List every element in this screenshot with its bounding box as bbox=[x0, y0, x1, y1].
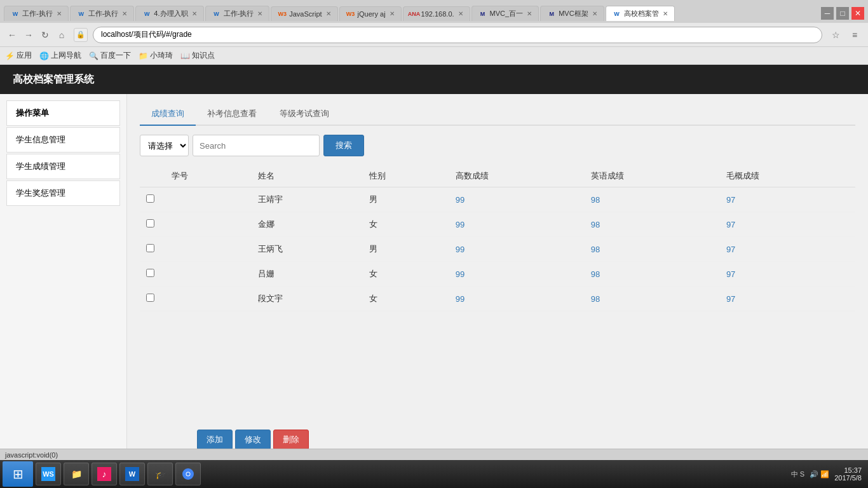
window-close[interactable]: ✕ bbox=[851, 7, 864, 20]
ssl-icon: 🔒 bbox=[74, 28, 88, 42]
window-minimize[interactable]: ─ bbox=[821, 7, 834, 20]
row-checkbox-3[interactable] bbox=[146, 269, 154, 277]
tab-grade-query[interactable]: 成绩查询 bbox=[140, 103, 196, 126]
tab-5[interactable]: W3 JavaScript ✕ bbox=[271, 6, 337, 21]
row-checkbox-1[interactable] bbox=[146, 219, 154, 227]
tab-1[interactable]: W 工作-执行 ✕ bbox=[4, 6, 69, 21]
forward-button[interactable]: → bbox=[22, 28, 36, 42]
cell-mao-2: 97 bbox=[720, 237, 855, 262]
tab-2[interactable]: W 工作-执行 ✕ bbox=[70, 6, 135, 21]
address-bar: ← → ↻ ⌂ 🔒 ☆ ≡ bbox=[0, 23, 868, 47]
home-button[interactable]: ⌂ bbox=[55, 28, 69, 42]
row-checkbox-4[interactable] bbox=[146, 294, 154, 302]
search-select[interactable]: 请选择 bbox=[140, 135, 189, 156]
cell-math-2: 99 bbox=[449, 237, 585, 262]
tab-level-exam[interactable]: 等级考试查询 bbox=[268, 103, 341, 126]
tab-close-8[interactable]: ✕ bbox=[527, 10, 532, 17]
bookmark-nav[interactable]: 🌐 上网导航 bbox=[39, 50, 81, 61]
tab-4[interactable]: W 工作-执行 ✕ bbox=[205, 6, 270, 21]
cell-english-3: 98 bbox=[585, 262, 720, 287]
edit-button[interactable]: 修改 bbox=[235, 430, 271, 450]
refresh-button[interactable]: ↻ bbox=[38, 28, 52, 42]
tab-8[interactable]: M MVC_百一 ✕ bbox=[471, 6, 539, 21]
app-header: 高校档案管理系统 bbox=[0, 65, 868, 94]
cell-math-1: 99 bbox=[449, 212, 585, 237]
tab-close-1[interactable]: ✕ bbox=[57, 10, 62, 17]
tab-9[interactable]: M MVC框架 ✕ bbox=[540, 6, 604, 21]
cell-mao-4: 97 bbox=[720, 287, 855, 311]
tab-6[interactable]: W3 jQuery aj ✕ bbox=[339, 6, 402, 21]
cell-mao-3: 97 bbox=[720, 262, 855, 287]
cell-name-1: 金娜 bbox=[252, 212, 363, 237]
bookmark-star[interactable]: ☆ bbox=[827, 27, 844, 43]
app-title: 高校档案管理系统 bbox=[13, 73, 94, 86]
tab-7[interactable]: ANA 192.168.0. ✕ bbox=[403, 6, 470, 21]
table-row: 王炳飞 男 99 98 97 bbox=[140, 237, 855, 262]
cell-id-1 bbox=[165, 212, 252, 237]
row-checkbox-2[interactable] bbox=[146, 244, 154, 252]
col-english: 英语成绩 bbox=[585, 165, 720, 187]
search-input[interactable] bbox=[193, 135, 320, 156]
delete-button[interactable]: 删除 bbox=[273, 430, 309, 450]
cell-english-1: 98 bbox=[585, 212, 720, 237]
sidebar: 操作菜单 学生信息管理 学生成绩管理 学生奖惩管理 bbox=[0, 94, 127, 450]
tab-10[interactable]: W 高校档案管 ✕ bbox=[606, 6, 675, 21]
table-row: 王靖宇 男 99 98 97 bbox=[140, 187, 855, 212]
search-bar: 请选择 搜索 bbox=[140, 135, 855, 156]
browser-tab-bar: W 工作-执行 ✕ W 工作-执行 ✕ W 4.办理入职 ✕ W 工作-执行 ✕… bbox=[0, 0, 868, 23]
cell-gender-3: 女 bbox=[363, 262, 449, 287]
row-checkbox-0[interactable] bbox=[146, 194, 154, 203]
apps-icon: ⚡ bbox=[5, 51, 15, 60]
table-row: 吕姗 女 99 98 97 bbox=[140, 262, 855, 287]
cell-name-4: 段文宇 bbox=[252, 287, 363, 311]
cell-math-0: 99 bbox=[449, 187, 585, 212]
col-mao: 毛概成绩 bbox=[720, 165, 855, 187]
col-gender: 性别 bbox=[363, 165, 449, 187]
tab-close-4[interactable]: ✕ bbox=[257, 10, 262, 17]
cell-mao-1: 97 bbox=[720, 212, 855, 237]
tab-3[interactable]: W 4.办理入职 ✕ bbox=[135, 6, 203, 21]
tab-close-3[interactable]: ✕ bbox=[192, 10, 197, 17]
bookmark-apps[interactable]: ⚡ 应用 bbox=[5, 50, 32, 61]
cell-math-3: 99 bbox=[449, 262, 585, 287]
cell-gender-0: 男 bbox=[363, 187, 449, 212]
col-name: 姓名 bbox=[252, 165, 363, 187]
sidebar-header[interactable]: 操作菜单 bbox=[6, 100, 120, 126]
nav-icon: 🌐 bbox=[39, 51, 49, 60]
back-button[interactable]: ← bbox=[5, 28, 19, 42]
tab-close-10[interactable]: ✕ bbox=[663, 10, 668, 17]
table-row: 金娜 女 99 98 97 bbox=[140, 212, 855, 237]
nav-buttons: ← → ↻ ⌂ bbox=[5, 28, 69, 42]
tab-close-6[interactable]: ✕ bbox=[390, 10, 395, 17]
add-button[interactable]: 添加 bbox=[197, 430, 233, 450]
sidebar-item-student-info[interactable]: 学生信息管理 bbox=[6, 127, 120, 152]
cell-mao-0: 97 bbox=[720, 187, 855, 212]
cell-id-3 bbox=[165, 262, 252, 287]
cell-name-3: 吕姗 bbox=[252, 262, 363, 287]
tab-close-9[interactable]: ✕ bbox=[592, 10, 597, 17]
tab-close-7[interactable]: ✕ bbox=[458, 10, 463, 17]
folder-icon: 📁 bbox=[139, 51, 148, 60]
cell-gender-1: 女 bbox=[363, 212, 449, 237]
bookmarks-bar: ⚡ 应用 🌐 上网导航 🔍 百度一下 📁 小琦琦 📖 知识点 bbox=[0, 47, 868, 65]
status-bar: javascript:void(0) bbox=[0, 449, 868, 450]
address-input[interactable] bbox=[93, 27, 822, 43]
tab-close-5[interactable]: ✕ bbox=[326, 10, 331, 17]
tab-close-2[interactable]: ✕ bbox=[122, 10, 127, 17]
sidebar-item-student-award[interactable]: 学生奖惩管理 bbox=[6, 180, 120, 206]
bookmark-xiaoqi[interactable]: 📁 小琦琦 bbox=[139, 50, 173, 61]
col-checkbox bbox=[140, 165, 165, 187]
bookmark-baidu[interactable]: 🔍 百度一下 bbox=[89, 50, 131, 61]
bookmark-zhishi[interactable]: 📖 知识点 bbox=[180, 50, 215, 61]
tab-makeup-exam[interactable]: 补考信息查看 bbox=[196, 103, 268, 126]
window-maximize[interactable]: □ bbox=[836, 7, 849, 20]
search-button[interactable]: 搜索 bbox=[323, 135, 364, 156]
cell-english-2: 98 bbox=[585, 237, 720, 262]
book-icon: 📖 bbox=[180, 51, 190, 60]
sidebar-item-student-grade[interactable]: 学生成绩管理 bbox=[6, 154, 120, 179]
cell-name-2: 王炳飞 bbox=[252, 237, 363, 262]
grade-table: 学号 姓名 性别 高数成绩 英语成绩 毛概成绩 王靖宇 男 99 98 97 金… bbox=[140, 165, 855, 311]
cell-id-2 bbox=[165, 237, 252, 262]
cell-english-0: 98 bbox=[585, 187, 720, 212]
browser-menu[interactable]: ≡ bbox=[846, 27, 863, 43]
